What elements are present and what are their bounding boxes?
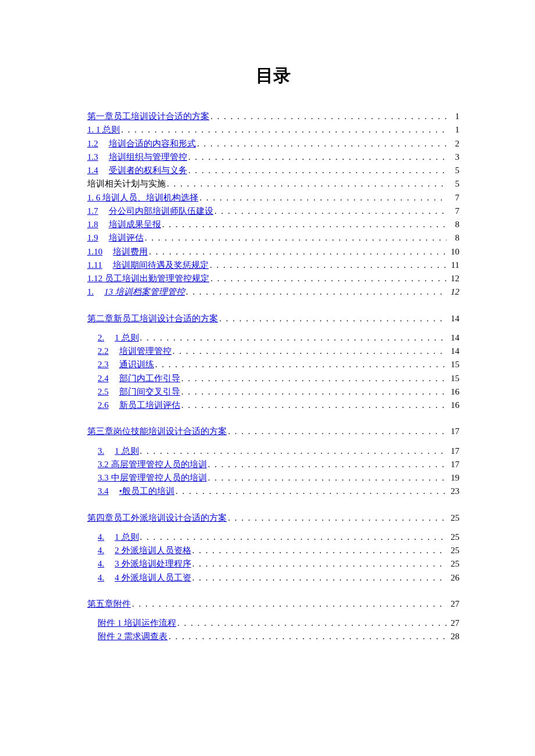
toc-entry-link[interactable]: 培训费用	[113, 245, 148, 259]
toc-entry-link[interactable]: 1. 6 培训人员、培训机构选择	[87, 191, 198, 205]
toc-leader-dots: . . . . . . . . . . . . . . . . . . . . …	[188, 164, 447, 177]
toc-entry-prefix[interactable]: 1.7	[87, 205, 98, 218]
toc-entry: 2.1 总则. . . . . . . . . . . . . . . . . …	[87, 331, 459, 345]
toc-entry-prefix[interactable]: 1.2	[87, 137, 98, 151]
toc-entry-link[interactable]: 培训合适的内容和形式	[109, 137, 196, 151]
toc-entry-prefix[interactable]: 2.5	[98, 385, 109, 399]
toc-entry-link[interactable]: 2 外派培训人员资格	[115, 544, 191, 557]
toc-leader-dots: . . . . . . . . . . . . . . . . . . . . …	[181, 385, 447, 399]
toc-leader-dots: . . . . . . . . . . . . . . . . . . . . …	[192, 544, 447, 557]
toc-page-number: 2	[448, 137, 459, 151]
toc-entry: 3.2 高层管理管控人员的培训. . . . . . . . . . . . .…	[87, 458, 459, 471]
toc-entry-link[interactable]: 附件 2 需求调查表	[98, 630, 167, 643]
toc-entry-link[interactable]: 部门内工作引导	[119, 372, 180, 385]
toc-leader-dots: . . . . . . . . . . . . . . . . . . . . …	[140, 531, 447, 544]
toc-entry-link[interactable]: 1 总则	[115, 531, 138, 544]
toc-leader-dots: . . . . . . . . . . . . . . . . . . . . …	[145, 231, 447, 245]
toc-entry-prefix[interactable]: 4.	[98, 571, 104, 585]
toc-entry-link[interactable]: 13 培训档案管理管控	[104, 285, 185, 299]
toc-entry-link[interactable]: 第三章岗位技能培训设计合适的方案	[87, 425, 227, 438]
toc-entry-prefix[interactable]: 2.	[98, 331, 104, 345]
toc-entry: 3.1 总则. . . . . . . . . . . . . . . . . …	[87, 445, 459, 458]
toc-page-number: 25	[448, 557, 459, 571]
toc-leader-dots: . . . . . . . . . . . . . . . . . . . . …	[210, 259, 447, 272]
toc-page-number: 16	[448, 385, 459, 399]
toc-entry: 第三章岗位技能培训设计合适的方案. . . . . . . . . . . . …	[87, 425, 459, 438]
toc-entry-prefix[interactable]: 1.10	[87, 245, 102, 259]
toc-page-number: 14	[448, 345, 459, 358]
toc-leader-dots: . . . . . . . . . . . . . . . . . . . . …	[132, 597, 447, 611]
toc-entry-link[interactable]: 1 总则	[115, 445, 138, 458]
toc-entry-prefix[interactable]: 2.2	[98, 345, 109, 358]
toc-entry: 培训相关计划与实施. . . . . . . . . . . . . . . .…	[87, 177, 459, 191]
toc-entry: 2.2培训管理管控. . . . . . . . . . . . . . . .…	[87, 345, 459, 358]
toc-entry-prefix[interactable]: 1.11	[87, 259, 102, 272]
toc-entry-prefix[interactable]: 2.3	[98, 358, 109, 371]
toc-section-group: 第一章员工培训设计合适的方案. . . . . . . . . . . . . …	[87, 110, 459, 299]
toc-entry-prefix[interactable]: 3.4	[98, 485, 109, 498]
toc-entry-link[interactable]: 培训期间待遇及奖惩规定	[113, 259, 209, 272]
toc-entry-prefix[interactable]: 1.	[87, 285, 94, 299]
toc-entry-prefix[interactable]: 3.	[98, 445, 104, 458]
toc-leader-dots: . . . . . . . . . . . . . . . . . . . . …	[140, 445, 447, 458]
toc-entry-link[interactable]: 1 总则	[115, 331, 138, 345]
toc-entry-link[interactable]: 第一章员工培训设计合适的方案	[87, 110, 209, 123]
toc-entry-prefix[interactable]: 2.6	[98, 399, 109, 412]
toc-page-number: 3	[448, 151, 459, 164]
toc-entry: 1. 1 总则. . . . . . . . . . . . . . . . .…	[87, 123, 459, 137]
toc-entry: 1.4受训者的权利与义务. . . . . . . . . . . . . . …	[87, 164, 459, 177]
toc-section-group: 第五章附件. . . . . . . . . . . . . . . . . .…	[87, 597, 459, 644]
spacer	[87, 325, 459, 331]
toc-entry-link[interactable]: •般员工的培训	[119, 485, 174, 498]
toc-entry: 4.2 外派培训人员资格. . . . . . . . . . . . . . …	[87, 544, 459, 557]
toc-entry-link[interactable]: 部门间交叉引导	[119, 385, 180, 399]
toc-page-number: 25	[448, 531, 459, 544]
toc-page-number: 10	[448, 245, 459, 259]
toc-leader-dots: . . . . . . . . . . . . . . . . . . . . …	[211, 272, 447, 285]
toc-page-number: 12	[448, 285, 459, 299]
toc-entry-link[interactable]: 培训评估	[109, 231, 144, 245]
toc-page-number: 7	[448, 191, 459, 205]
toc-entry-link[interactable]: 第二章新员工培训设计合适的方案	[87, 312, 218, 325]
toc-entry: 第二章新员工培训设计合适的方案. . . . . . . . . . . . .…	[87, 312, 459, 325]
toc-entry-link[interactable]: 培训管理管控	[119, 345, 172, 358]
toc-entry-link[interactable]: 4 外派培训人员工资	[115, 571, 191, 585]
toc-page-number: 8	[448, 231, 459, 245]
toc-entry: 4.1 总则. . . . . . . . . . . . . . . . . …	[87, 531, 459, 544]
toc-entry-link[interactable]: 附件 1 培训运作流程	[98, 617, 176, 630]
toc-entry-prefix[interactable]: 1.3	[87, 151, 98, 164]
toc-entry-prefix[interactable]: 1.9	[87, 231, 98, 245]
toc-entry-link[interactable]: 受训者的权利与义务	[109, 164, 187, 177]
toc-entry-link[interactable]: 分公司内部培训师队伍建设	[109, 205, 213, 218]
toc-entry-link[interactable]: 通识训练	[119, 358, 154, 371]
toc-entry-link[interactable]: 第五章附件	[87, 597, 131, 611]
spacer	[87, 525, 459, 531]
toc-entry-prefix[interactable]: 4.	[98, 557, 104, 571]
toc-entry-link[interactable]: 1.12 员工培训出勤管理管控规定	[87, 272, 209, 285]
toc-entry-link[interactable]: 3.2 高层管理管控人员的培训	[98, 458, 207, 471]
spacer	[87, 439, 459, 445]
toc-entry-link[interactable]: 新员工培训评估	[119, 399, 180, 412]
toc-entry: 2.4部门内工作引导. . . . . . . . . . . . . . . …	[87, 372, 459, 385]
toc-entry-link[interactable]: 第四章员工外派培训设计合适的方案	[87, 511, 227, 525]
toc-entry-prefix[interactable]: 2.4	[98, 372, 109, 385]
toc-leader-dots: . . . . . . . . . . . . . . . . . . . . …	[215, 205, 447, 218]
toc-entry-link[interactable]: 培训成果呈报	[109, 218, 161, 231]
toc-entry-prefix[interactable]: 1.8	[87, 218, 98, 231]
toc-entry: 1.7分公司内部培训师队伍建设. . . . . . . . . . . . .…	[87, 205, 459, 218]
toc-section-group: 第四章员工外派培训设计合适的方案. . . . . . . . . . . . …	[87, 511, 459, 585]
toc-leader-dots: . . . . . . . . . . . . . . . . . . . . …	[228, 425, 447, 438]
document-page: 目录 第一章员工培训设计合适的方案. . . . . . . . . . . .…	[0, 0, 535, 756]
toc-entry-prefix[interactable]: 1.4	[87, 164, 98, 177]
toc-leader-dots: . . . . . . . . . . . . . . . . . . . . …	[140, 331, 447, 345]
toc-entry-prefix[interactable]: 4.	[98, 544, 104, 557]
toc-page-number: 25	[448, 511, 459, 525]
toc-entry-link[interactable]: 1. 1 总则	[87, 123, 120, 137]
toc-leader-dots: . . . . . . . . . . . . . . . . . . . . …	[199, 191, 447, 205]
toc-entry-prefix[interactable]: 4.	[98, 531, 104, 544]
toc-leader-dots: . . . . . . . . . . . . . . . . . . . . …	[192, 557, 447, 571]
toc-entry-link[interactable]: 3.3 中层管理管控人员的培训	[98, 471, 207, 485]
toc-entry: 4.4 外派培训人员工资. . . . . . . . . . . . . . …	[87, 571, 459, 585]
toc-entry-link[interactable]: 3 外派培训处理程序	[115, 557, 191, 571]
toc-entry-link[interactable]: 培训组织与管理管控	[109, 151, 187, 164]
